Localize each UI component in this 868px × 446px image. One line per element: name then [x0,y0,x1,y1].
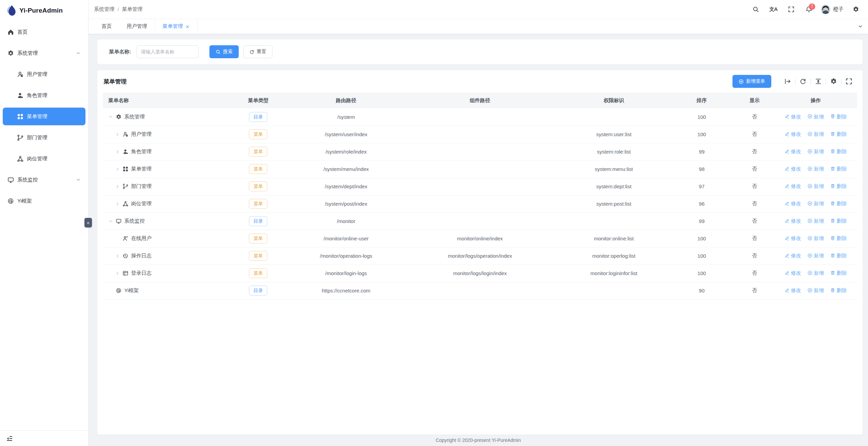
add-menu-button[interactable]: 新增菜单 [732,75,771,88]
add-action[interactable]: 新增 [807,114,824,120]
bell-icon[interactable]: 7 [801,3,816,16]
permission-cell: system:user:list [559,126,668,143]
sidebar-item-menu-mgmt[interactable]: 菜单管理 [3,108,85,125]
search-button[interactable]: 搜索 [209,45,239,58]
tabbar-chevron-down-icon[interactable] [852,19,868,34]
edit-action[interactable]: 修改 [785,131,801,138]
delete-action[interactable]: 删除 [830,131,847,138]
add-action[interactable]: 新增 [807,201,824,207]
menu-name-cell: 在线用户 [103,235,225,242]
branch-icon [17,134,23,141]
chevron-right-icon[interactable] [115,202,120,206]
add-action[interactable]: 新增 [807,287,824,294]
edit-action-label: 修改 [791,183,801,190]
trash-icon [830,166,835,172]
sidebar-item-home[interactable]: 首页 [3,23,85,41]
menu-name-input[interactable] [137,45,199,58]
edit-action[interactable]: 修改 [785,235,801,242]
delete-action[interactable]: 删除 [830,148,847,155]
edit-action[interactable]: 修改 [785,114,801,120]
sidebar-item-role-mgmt[interactable]: 角色管理 [3,86,85,104]
fullscreen-icon[interactable] [846,78,852,85]
sidebar-item-yi-frame[interactable]: Yi框架 [3,192,85,210]
sidebar-item-post-mgmt[interactable]: 岗位管理 [3,150,85,168]
chevron-down-icon[interactable] [108,219,113,224]
edit-action[interactable]: 修改 [785,218,801,224]
settings-gear-icon[interactable] [848,3,863,16]
edit-action[interactable]: 修改 [785,287,801,294]
chevron-right-icon[interactable] [115,132,120,137]
delete-action[interactable]: 删除 [830,166,847,172]
delete-action[interactable]: 删除 [830,270,847,276]
chevron-down-icon[interactable] [108,114,113,119]
menu-type-badge: 菜单 [249,234,267,243]
add-action-label: 新增 [814,218,824,224]
add-action[interactable]: 新增 [807,183,824,190]
add-action-label: 新增 [814,287,824,294]
delete-action[interactable]: 删除 [830,218,847,224]
sidebar-item-label: 部门管理 [27,134,81,141]
edit-action[interactable]: 修改 [785,201,801,207]
column-header: 路由路径 [291,93,401,108]
table-row: 用户管理菜单/system/user/indexsystem:user:list… [103,126,857,143]
chevron-right-icon[interactable] [115,167,120,172]
fullscreen-icon[interactable] [784,3,799,16]
settings-icon[interactable] [830,78,837,85]
add-circle-icon [807,201,812,207]
menu-name-cell: 岗位管理 [103,201,225,207]
add-action[interactable]: 新增 [807,166,824,172]
chevron-right-icon[interactable] [115,271,120,276]
translate-icon[interactable]: 文A [766,3,781,16]
add-action[interactable]: 新增 [807,253,824,259]
reset-button[interactable]: 重置 [243,45,272,58]
sidebar-item-monitor[interactable]: 系统监控 [3,171,85,189]
chevron-right-icon[interactable] [115,254,120,258]
breadcrumb-item-menu: 菜单管理 [122,6,142,13]
column-header: 操作 [774,93,857,108]
menu-table: 菜单名称菜单类型路由路径组件路径权限标识排序显示操作 系统管理目录/system… [103,93,857,300]
close-icon[interactable] [185,24,190,29]
sidebar-item-user-mgmt[interactable]: 用户管理 [3,65,85,83]
density-icon[interactable] [815,78,822,85]
delete-action[interactable]: 删除 [830,235,847,242]
delete-action[interactable]: 删除 [830,114,847,120]
add-action[interactable]: 新增 [807,148,824,155]
edit-action[interactable]: 修改 [785,183,801,190]
sidebar-item-dept-mgmt[interactable]: 部门管理 [3,129,85,146]
search-icon[interactable] [748,3,763,16]
tab-home[interactable]: 首页 [94,19,119,34]
menu-name-label: 岗位管理 [131,201,152,207]
edit-action[interactable]: 修改 [785,253,801,259]
delete-action[interactable]: 删除 [830,253,847,259]
add-action[interactable]: 新增 [807,218,824,224]
app-logo[interactable]: Yi-PureAdmin [0,0,88,21]
menu-fold-icon[interactable] [6,435,13,442]
gear-icon [116,114,122,120]
tab-user-mgmt[interactable]: 用户管理 [119,19,155,34]
delete-action[interactable]: 删除 [830,287,847,294]
sort-cell: 99 [668,212,735,230]
delete-action[interactable]: 删除 [830,183,847,190]
add-action[interactable]: 新增 [807,270,824,276]
sidebar-collapse-handle[interactable]: « [84,218,92,227]
expand-icon[interactable] [784,78,791,85]
edit-action[interactable]: 修改 [785,166,801,172]
delete-action[interactable]: 删除 [830,201,847,207]
add-action[interactable]: 新增 [807,235,824,242]
add-action[interactable]: 新增 [807,131,824,138]
edit-action[interactable]: 修改 [785,148,801,155]
edit-icon [785,218,790,224]
chevron-right-icon[interactable] [115,184,120,189]
tab-menu-mgmt[interactable]: 菜单管理 [155,19,198,34]
chevron-right-icon[interactable] [115,149,120,154]
permission-cell: monitor:logininfor:list [559,265,668,282]
sidebar-item-system-mgmt[interactable]: 系统管理 [3,44,85,62]
monitor-icon [116,218,122,224]
refresh-icon[interactable] [800,78,806,85]
visible-cell: 否 [735,247,774,265]
user-menu[interactable]: 橙子 [819,5,846,14]
breadcrumb-item-system[interactable]: 系统管理 [94,6,114,13]
edit-action[interactable]: 修改 [785,270,801,276]
app-title: Yi-PureAdmin [19,7,63,14]
sidebar-item-label: 系统管理 [17,50,73,57]
